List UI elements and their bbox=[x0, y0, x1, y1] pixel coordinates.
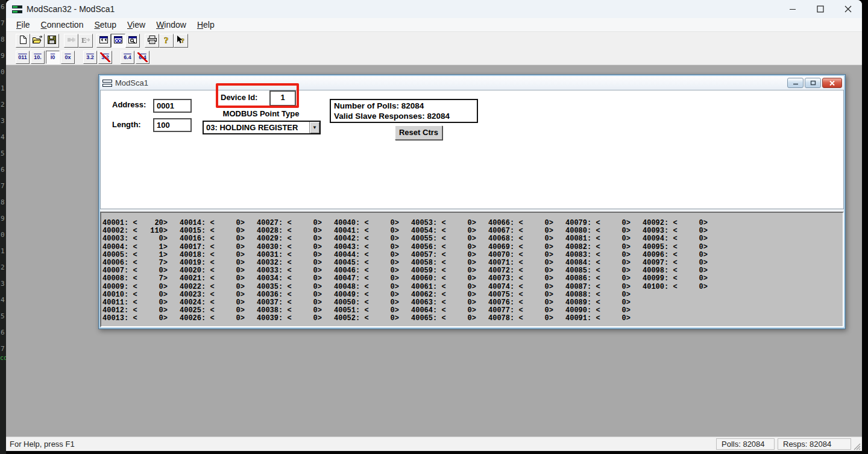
message-window-button[interactable] bbox=[125, 34, 140, 48]
register-cell[interactable]: 40082: < 0> bbox=[565, 244, 631, 251]
menu-item-file[interactable]: File bbox=[11, 19, 36, 31]
background-line-number: 0 bbox=[1, 231, 6, 239]
child-minimize-button[interactable] bbox=[787, 78, 804, 88]
format-decimal-button[interactable]: 10. bbox=[31, 51, 45, 64]
point-type-dropdown[interactable]: 03: HOLDING REGISTER ▼ bbox=[203, 121, 321, 134]
register-cell[interactable]: 40095: < 0> bbox=[643, 244, 708, 251]
register-cell[interactable]: 40035: < 0> bbox=[257, 283, 322, 291]
register-cell[interactable]: 40060: < 0> bbox=[411, 275, 476, 283]
register-cell[interactable]: 40081: < 0> bbox=[565, 235, 631, 243]
format-double-swapped-button[interactable]: 6.4 bbox=[136, 51, 149, 64]
mdi-client-area: ModSca1 bbox=[6, 65, 862, 437]
register-cell[interactable]: 40003: < 0> bbox=[102, 235, 168, 243]
format-hex-button[interactable]: 0x bbox=[61, 51, 75, 64]
register-cell[interactable]: 40074: < 0> bbox=[488, 283, 553, 291]
child-minimize-icon bbox=[793, 80, 799, 86]
register-cell[interactable]: 40100: < 0> bbox=[643, 283, 708, 291]
register-cell[interactable]: 40047: < 0> bbox=[334, 275, 399, 283]
register-cell[interactable]: 40069: < 0> bbox=[488, 244, 553, 251]
register-cell[interactable]: 40086: < 0> bbox=[565, 275, 631, 283]
child-restore-button[interactable] bbox=[805, 78, 821, 88]
register-cell[interactable]: 40061: < 0> bbox=[411, 283, 476, 291]
format-binary-button[interactable]: 011 bbox=[16, 51, 30, 64]
minimize-button[interactable] bbox=[779, 0, 807, 18]
print-button[interactable] bbox=[145, 34, 159, 48]
background-line-number: 5 bbox=[1, 312, 6, 320]
register-cell[interactable]: 40022: < 0> bbox=[180, 283, 245, 291]
menu-item-window[interactable]: Window bbox=[151, 19, 192, 31]
maximize-button[interactable] bbox=[807, 0, 834, 18]
save-icon bbox=[47, 35, 57, 47]
polling-setup-panel: Address: 0001 Length: 100 Device Id: 1 M… bbox=[100, 90, 844, 209]
data-definition-icon bbox=[113, 35, 123, 47]
format-integer-button[interactable]: I0 bbox=[46, 51, 60, 64]
register-cell[interactable]: 40017: < 0> bbox=[180, 244, 245, 251]
register-cell[interactable]: 40094: < 0> bbox=[643, 235, 708, 243]
resize-grip[interactable] bbox=[851, 441, 861, 450]
device-id-input[interactable]: 1 bbox=[269, 90, 296, 106]
length-label: Length: bbox=[112, 120, 141, 129]
menu-item-setup[interactable]: Setup bbox=[89, 19, 122, 31]
context-help-icon: ? bbox=[175, 35, 186, 47]
register-column: 40014: < 0>40015: < 0>40016: < 0>40017: … bbox=[180, 219, 245, 323]
show-traffic-button[interactable] bbox=[96, 34, 111, 48]
desktop: 6789012345678901234567co ModScan32 - Mod… bbox=[0, 0, 868, 454]
register-cell[interactable]: 40034: < 0> bbox=[257, 275, 322, 283]
dropdown-arrow-icon[interactable]: ▼ bbox=[309, 122, 319, 133]
format-button-label: 10. bbox=[34, 54, 42, 60]
open-file-button[interactable] bbox=[30, 34, 45, 48]
register-cell[interactable]: 40065: < 0> bbox=[411, 315, 476, 323]
register-data-area[interactable]: 40001: < 20>40002: < 110>40003: < 0>4000… bbox=[100, 212, 844, 327]
register-cell[interactable]: 40009: < 0> bbox=[102, 283, 168, 291]
child-window-body: Address: 0001 Length: 100 Device Id: 1 M… bbox=[100, 90, 844, 327]
register-cell[interactable]: 40016: < 0> bbox=[180, 235, 245, 243]
register-cell[interactable]: 40013: < 0> bbox=[102, 315, 168, 323]
child-window-title: ModSca1 bbox=[115, 78, 148, 87]
save-button[interactable] bbox=[45, 34, 59, 48]
address-input[interactable]: 0001 bbox=[153, 99, 192, 113]
register-cell[interactable]: 40004: < 1> bbox=[102, 244, 168, 251]
menu-item-view[interactable]: View bbox=[122, 19, 151, 31]
background-line-number: 7 bbox=[1, 345, 6, 353]
register-cell[interactable]: 40091: < 0> bbox=[565, 315, 631, 323]
data-definition-button[interactable] bbox=[111, 34, 125, 48]
child-title-bar[interactable]: ModSca1 bbox=[100, 76, 844, 90]
register-cell[interactable]: 40073: < 0> bbox=[488, 275, 553, 283]
register-cell[interactable]: 40078: < 0> bbox=[488, 315, 553, 323]
title-bar[interactable]: ModScan32 - ModSca1 bbox=[6, 0, 862, 18]
register-cell[interactable]: 40030: < 0> bbox=[257, 244, 322, 251]
valid-responses-text: Valid Slave Responses: 82084 bbox=[334, 111, 474, 121]
format-float-swapped-button[interactable]: 3.2 bbox=[98, 51, 112, 64]
modsca1-document-icon bbox=[102, 80, 112, 87]
register-cell[interactable]: 40087: < 0> bbox=[565, 283, 631, 291]
register-cell[interactable]: 40008: < 7> bbox=[102, 275, 168, 283]
background-line-number: 8 bbox=[1, 198, 6, 206]
background-line-number: 3 bbox=[1, 117, 6, 125]
help-button[interactable]: ? bbox=[159, 34, 174, 48]
menu-item-connection[interactable]: Connection bbox=[36, 19, 89, 31]
register-cell[interactable]: 40039: < 0> bbox=[257, 315, 322, 323]
length-input[interactable]: 100 bbox=[153, 118, 192, 132]
register-cell[interactable]: 40042: < 0> bbox=[334, 235, 399, 243]
format-double-button[interactable]: 6.4 bbox=[121, 51, 134, 64]
register-cell[interactable]: 40043: < 0> bbox=[334, 244, 399, 251]
reset-ctrs-button[interactable]: Reset Ctrs bbox=[395, 125, 442, 140]
register-cell[interactable]: 40029: < 0> bbox=[257, 235, 322, 243]
register-cell[interactable]: 40099: < 0> bbox=[643, 275, 708, 283]
register-cell[interactable]: 40048: < 0> bbox=[334, 283, 399, 291]
format-float-button[interactable]: 3.2 bbox=[83, 51, 97, 64]
menu-item-help[interactable]: Help bbox=[192, 19, 220, 31]
register-cell[interactable]: 40055: < 0> bbox=[411, 235, 476, 243]
register-cell[interactable]: 40021: < 0> bbox=[180, 275, 245, 283]
background-editor-strip: 6789012345678901234567co bbox=[0, 0, 6, 454]
register-cell[interactable]: 40052: < 0> bbox=[334, 315, 399, 323]
address-label: Address: bbox=[112, 100, 146, 109]
context-help-button[interactable]: ? bbox=[174, 34, 188, 48]
register-cell[interactable]: 40068: < 0> bbox=[488, 235, 553, 243]
help-icon: ? bbox=[162, 35, 171, 47]
new-file-button[interactable] bbox=[16, 34, 30, 48]
register-cell[interactable]: 40056: < 0> bbox=[411, 244, 476, 251]
register-cell[interactable]: 40026: < 0> bbox=[180, 315, 245, 323]
close-button[interactable] bbox=[834, 0, 862, 18]
child-close-button[interactable] bbox=[822, 78, 842, 88]
